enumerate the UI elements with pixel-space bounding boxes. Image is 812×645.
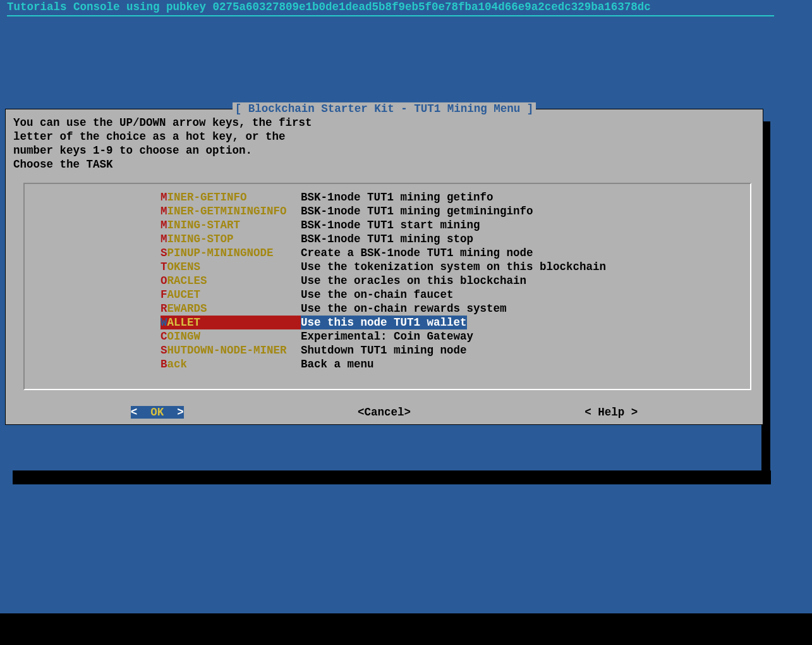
- menu-item-miner-getmininginfo[interactable]: MINER-GETMININGINFOBSK-1node TUT1 mining…: [25, 204, 750, 218]
- dialog-title: [ Blockchain Starter Kit - TUT1 Mining M…: [6, 102, 763, 116]
- background-area: [7, 19, 812, 108]
- menu-item-faucet[interactable]: FAUCETUse the on-chain faucet: [25, 288, 750, 302]
- menu-item-key: ORACLES: [161, 274, 301, 288]
- cancel-button[interactable]: <Cancel>: [358, 405, 411, 419]
- help-button[interactable]: < Help >: [585, 405, 638, 419]
- menu-item-wallet[interactable]: WALLETUse this node TUT1 wallet: [25, 316, 750, 329]
- ok-button[interactable]: < OK >: [131, 405, 184, 419]
- menu-item-desc: Use the tokenization system on this bloc…: [301, 260, 606, 274]
- menu-item-key: SHUTDOWN-NODE-MINER: [161, 343, 301, 357]
- dialog-instructions: You can use the UP/DOWN arrow keys, the …: [6, 116, 763, 171]
- menu-item-coingw[interactable]: COINGWExperimental: Coin Gateway: [25, 329, 750, 343]
- menu-list[interactable]: MINER-GETINFOBSK-1node TUT1 mining getin…: [23, 183, 751, 390]
- menu-item-key: COINGW: [161, 329, 301, 343]
- menu-item-shutdown-node-miner[interactable]: SHUTDOWN-NODE-MINERShutdown TUT1 mining …: [25, 343, 750, 357]
- menu-item-desc: Shutdown TUT1 mining node: [301, 343, 467, 357]
- menu-item-rewards[interactable]: REWARDSUse the on-chain rewards system: [25, 302, 750, 316]
- menu-item-mining-stop[interactable]: MINING-STOPBSK-1node TUT1 mining stop: [25, 232, 750, 246]
- menu-item-desc: BSK-1node TUT1 mining getinfo: [301, 190, 494, 204]
- menu-item-desc: Use the on-chain rewards system: [301, 302, 507, 316]
- menu-item-key: MINER-GETMININGINFO: [161, 204, 301, 218]
- menu-item-desc: Use the on-chain faucet: [301, 288, 454, 302]
- menu-item-key: FAUCET: [161, 288, 301, 302]
- menu-item-key: MINING-STOP: [161, 232, 301, 246]
- dialog-box: [ Blockchain Starter Kit - TUT1 Mining M…: [5, 109, 763, 425]
- console-header: Tutorials Console using pubkey 0275a6032…: [7, 0, 812, 15]
- menu-item-desc: BSK-1node TUT1 mining stop: [301, 232, 473, 246]
- menu-item-desc: Use the oracles on this blockchain: [301, 274, 526, 288]
- dialog-shadow-bottom: [13, 470, 771, 484]
- menu-item-key: TOKENS: [161, 260, 301, 274]
- menu-item-desc: Experimental: Coin Gateway: [301, 329, 473, 343]
- menu-item-tokens[interactable]: TOKENSUse the tokenization system on thi…: [25, 260, 750, 274]
- menu-item-desc: Back a menu: [301, 357, 374, 371]
- menu-item-key: REWARDS: [161, 302, 301, 316]
- menu-item-desc: Create a BSK-1node TUT1 mining node: [301, 246, 533, 260]
- menu-item-back[interactable]: BackBack a menu: [25, 357, 750, 371]
- menu-item-key: SPINUP-MININGNODE: [161, 246, 301, 260]
- menu-item-oracles[interactable]: ORACLESUse the oracles on this blockchai…: [25, 274, 750, 288]
- menu-item-miner-getinfo[interactable]: MINER-GETINFOBSK-1node TUT1 mining getin…: [25, 190, 750, 204]
- header-underline: [7, 15, 774, 16]
- menu-item-mining-start[interactable]: MINING-STARTBSK-1node TUT1 start mining: [25, 218, 750, 232]
- menu-item-desc: BSK-1node TUT1 mining getmininginfo: [301, 204, 533, 218]
- menu-item-spinup-miningnode[interactable]: SPINUP-MININGNODECreate a BSK-1node TUT1…: [25, 246, 750, 260]
- button-bar: < OK > <Cancel> < Help >: [6, 395, 763, 424]
- menu-item-key: MINER-GETINFO: [161, 190, 301, 204]
- menu-item-key: MINING-START: [161, 218, 301, 232]
- menu-item-key: WALLET: [161, 316, 301, 329]
- menu-item-desc: BSK-1node TUT1 start mining: [301, 218, 480, 232]
- menu-item-key: Back: [161, 357, 301, 371]
- menu-item-desc: Use this node TUT1 wallet: [301, 316, 467, 329]
